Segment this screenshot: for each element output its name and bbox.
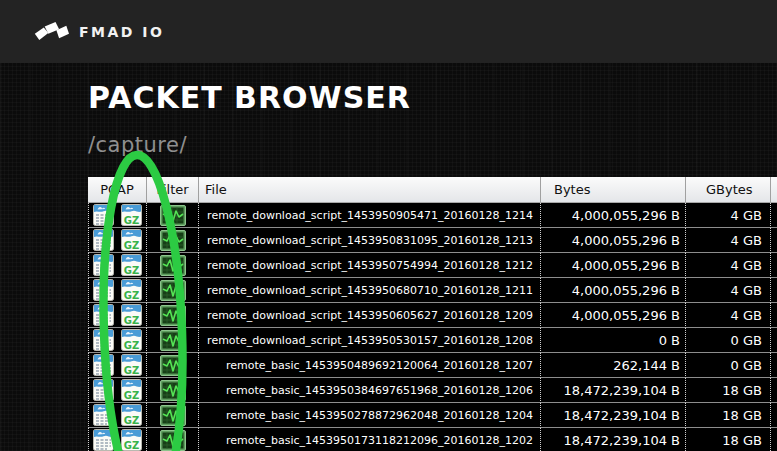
- filter-graph-icon[interactable]: [160, 405, 186, 426]
- table-row: GZ remote_download: [88, 203, 777, 228]
- pcap-cell: GZ: [88, 353, 146, 378]
- filter-cell: [146, 303, 198, 328]
- file-name-link[interactable]: remote_download_script_1453950905471_201…: [198, 203, 540, 228]
- pcap-file-icon[interactable]: [93, 429, 114, 451]
- filter-graph-icon[interactable]: [160, 255, 186, 276]
- bytes-value: 4,000,055,296 B: [540, 203, 685, 228]
- filter-graph-icon[interactable]: [160, 330, 186, 351]
- svg-text:GZ: GZ: [123, 240, 138, 251]
- gbytes-value: 18 GB: [685, 378, 770, 403]
- breadcrumb-path[interactable]: /capture/: [88, 133, 187, 157]
- col-header-extra: [770, 177, 777, 203]
- file-name-link[interactable]: remote_download_script_1453950831095_201…: [198, 228, 540, 253]
- table-row: GZ remote_download: [88, 278, 777, 303]
- pcap-gz-file-icon[interactable]: GZ: [121, 304, 142, 326]
- table-row: GZ remote_basic_14: [88, 378, 777, 403]
- pcap-file-icon[interactable]: [93, 229, 114, 251]
- file-name-link[interactable]: remote_download_script_1453950530157_201…: [198, 328, 540, 353]
- table-row: GZ remote_download: [88, 303, 777, 328]
- page-title: PACKET BROWSER: [88, 80, 411, 115]
- svg-text:GZ: GZ: [123, 340, 138, 351]
- gbytes-value: 4 GB: [685, 253, 770, 278]
- file-name-link[interactable]: remote_download_script_1453950605627_201…: [198, 303, 540, 328]
- extra-cell: [770, 303, 777, 328]
- svg-text:GZ: GZ: [123, 440, 138, 451]
- pcap-gz-file-icon[interactable]: GZ: [121, 404, 142, 426]
- file-name-link[interactable]: remote_download_script_1453950680710_201…: [198, 278, 540, 303]
- svg-text:GZ: GZ: [123, 315, 138, 326]
- bytes-value: 262,144 B: [540, 353, 685, 378]
- filter-graph-icon[interactable]: [160, 380, 186, 401]
- filter-cell: [146, 203, 198, 228]
- file-name-link[interactable]: remote_basic_1453950489692120064_2016012…: [198, 353, 540, 378]
- filter-cell: [146, 253, 198, 278]
- pcap-file-icon[interactable]: [93, 254, 114, 276]
- filter-graph-icon[interactable]: [160, 305, 186, 326]
- gbytes-value: 18 GB: [685, 403, 770, 428]
- filter-graph-icon[interactable]: [160, 355, 186, 376]
- pcap-gz-file-icon[interactable]: GZ: [121, 254, 142, 276]
- gbytes-value: 4 GB: [685, 228, 770, 253]
- pcap-file-icon[interactable]: [93, 354, 114, 376]
- file-name-link[interactable]: remote_download_script_1453950754994_201…: [198, 253, 540, 278]
- filter-cell: [146, 228, 198, 253]
- table-row: GZ remote_download: [88, 228, 777, 253]
- gbytes-value: 4 GB: [685, 278, 770, 303]
- pcap-gz-file-icon[interactable]: GZ: [121, 329, 142, 351]
- pcap-cell: GZ: [88, 303, 146, 328]
- fmad-ribbon-logo-icon: [33, 18, 69, 46]
- svg-text:GZ: GZ: [123, 415, 138, 426]
- pcap-file-icon[interactable]: [93, 404, 114, 426]
- pcap-file-icon[interactable]: [93, 379, 114, 401]
- extra-cell: [770, 378, 777, 403]
- col-header-pcap: PCAP: [88, 177, 146, 203]
- filter-graph-icon[interactable]: [160, 230, 186, 251]
- table-header-row: PCAP Filter File Bytes GBytes: [88, 177, 777, 203]
- pcap-cell: GZ: [88, 403, 146, 428]
- filter-cell: [146, 328, 198, 353]
- filter-graph-icon[interactable]: [160, 430, 186, 451]
- bytes-value: 4,000,055,296 B: [540, 253, 685, 278]
- gbytes-value: 18 GB: [685, 428, 770, 451]
- capture-file-table: PCAP Filter File Bytes GBytes: [88, 177, 777, 451]
- filter-cell: [146, 403, 198, 428]
- bytes-value: 18,472,239,104 B: [540, 403, 685, 428]
- table-row: GZ remote_download: [88, 253, 777, 278]
- pcap-file-icon[interactable]: [93, 279, 114, 301]
- pcap-cell: GZ: [88, 328, 146, 353]
- extra-cell: [770, 403, 777, 428]
- pcap-gz-file-icon[interactable]: GZ: [121, 429, 142, 451]
- pcap-file-icon[interactable]: [93, 204, 114, 226]
- filter-cell: [146, 428, 198, 451]
- pcap-gz-file-icon[interactable]: GZ: [121, 379, 142, 401]
- table-row: GZ remote_basic_14: [88, 353, 777, 378]
- bytes-value: 18,472,239,104 B: [540, 428, 685, 451]
- pcap-file-icon[interactable]: [93, 304, 114, 326]
- extra-cell: [770, 253, 777, 278]
- file-name-link[interactable]: remote_basic_1453950173118212096_2016012…: [198, 428, 540, 451]
- svg-text:GZ: GZ: [123, 290, 138, 301]
- file-name-link[interactable]: remote_basic_1453950384697651968_2016012…: [198, 378, 540, 403]
- col-header-gbytes: GBytes: [685, 177, 770, 203]
- filter-graph-icon[interactable]: [160, 280, 186, 301]
- pcap-gz-file-icon[interactable]: GZ: [121, 354, 142, 376]
- extra-cell: [770, 203, 777, 228]
- pcap-cell: GZ: [88, 253, 146, 278]
- pcap-gz-file-icon[interactable]: GZ: [121, 229, 142, 251]
- filter-cell: [146, 353, 198, 378]
- pcap-gz-file-icon[interactable]: GZ: [121, 204, 142, 226]
- capture-file-table-container: PCAP Filter File Bytes GBytes: [88, 177, 777, 451]
- pcap-gz-file-icon[interactable]: GZ: [121, 279, 142, 301]
- col-header-filter: Filter: [146, 177, 198, 203]
- gbytes-value: 0 GB: [685, 328, 770, 353]
- fmad-logo[interactable]: FMAD IO: [33, 18, 164, 46]
- extra-cell: [770, 328, 777, 353]
- pcap-cell: GZ: [88, 228, 146, 253]
- gbytes-value: 4 GB: [685, 303, 770, 328]
- bytes-value: 4,000,055,296 B: [540, 228, 685, 253]
- pcap-file-icon[interactable]: [93, 329, 114, 351]
- bytes-value: 18,472,239,104 B: [540, 378, 685, 403]
- filter-graph-icon[interactable]: [160, 205, 186, 226]
- extra-cell: [770, 278, 777, 303]
- file-name-link[interactable]: remote_basic_1453950278872962048_2016012…: [198, 403, 540, 428]
